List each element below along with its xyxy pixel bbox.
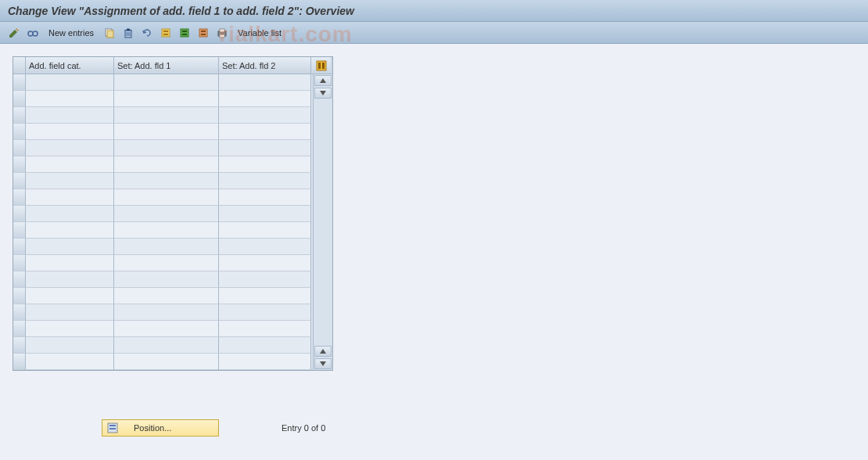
row-selector[interactable] [13, 222, 26, 239]
scroll-up-button[interactable] [314, 75, 332, 86]
cell-set-fld1[interactable] [114, 304, 219, 321]
cell-set-fld1[interactable] [114, 206, 219, 222]
row-selector[interactable] [13, 91, 26, 107]
cell-set-fld2[interactable] [219, 189, 311, 206]
svg-rect-17 [317, 61, 326, 70]
select-all-button[interactable] [158, 25, 174, 41]
cell-set-fld2[interactable] [219, 74, 311, 91]
cell-field-cat[interactable] [26, 321, 114, 337]
cell-set-fld2[interactable] [219, 107, 311, 124]
cell-set-fld2[interactable] [219, 91, 311, 107]
column-header-set-fld2[interactable]: Set: Add. fld 2 [219, 57, 311, 74]
cell-set-fld1[interactable] [114, 74, 219, 91]
copy-button[interactable] [102, 25, 117, 41]
cell-field-cat[interactable] [26, 124, 114, 140]
scroll-down-button[interactable] [314, 88, 332, 99]
row-selector[interactable] [13, 271, 26, 288]
row-selector[interactable] [13, 304, 26, 321]
cell-field-cat[interactable] [26, 304, 114, 321]
cell-set-fld2[interactable] [219, 354, 311, 370]
row-selector[interactable] [13, 321, 26, 337]
cell-set-fld1[interactable] [114, 271, 219, 288]
row-selector[interactable] [13, 337, 26, 354]
cell-set-fld2[interactable] [219, 288, 311, 304]
row-selector[interactable] [13, 239, 26, 255]
print-button[interactable] [214, 25, 230, 41]
cell-field-cat[interactable] [26, 222, 114, 239]
cell-field-cat[interactable] [26, 255, 114, 271]
cell-field-cat[interactable] [26, 354, 114, 370]
cell-set-fld1[interactable] [114, 156, 219, 173]
cell-field-cat[interactable] [26, 337, 114, 354]
cell-set-fld1[interactable] [114, 124, 219, 140]
column-header-field-cat[interactable]: Add. field cat. [26, 57, 114, 74]
table-header-row: Add. field cat. Set: Add. fld 1 Set: Add… [13, 57, 332, 74]
row-selector[interactable] [13, 140, 26, 156]
row-selector[interactable] [13, 124, 26, 140]
cell-field-cat[interactable] [26, 189, 114, 206]
cell-set-fld2[interactable] [219, 156, 311, 173]
cell-set-fld2[interactable] [219, 239, 311, 255]
delete-button[interactable] [120, 25, 136, 41]
cell-field-cat[interactable] [26, 206, 114, 222]
row-selector[interactable] [13, 107, 26, 124]
cell-set-fld2[interactable] [219, 321, 311, 337]
cell-set-fld2[interactable] [219, 124, 311, 140]
cell-field-cat[interactable] [26, 107, 114, 124]
cell-set-fld1[interactable] [114, 288, 219, 304]
scroll-track[interactable] [314, 99, 332, 345]
cell-set-fld1[interactable] [114, 222, 219, 239]
trash-icon [122, 27, 135, 39]
undo-button[interactable] [139, 25, 155, 41]
deselect-all-button[interactable] [195, 25, 211, 41]
cell-set-fld2[interactable] [219, 173, 311, 189]
cell-set-fld1[interactable] [114, 173, 219, 189]
other-view-button[interactable] [25, 25, 41, 41]
cell-set-fld1[interactable] [114, 321, 219, 337]
pencil-icon [8, 27, 20, 39]
table-config-button[interactable] [311, 57, 331, 74]
row-selector[interactable] [13, 74, 26, 91]
cell-set-fld1[interactable] [114, 354, 219, 370]
cell-set-fld2[interactable] [219, 271, 311, 288]
cell-set-fld1[interactable] [114, 255, 219, 271]
cell-field-cat[interactable] [26, 173, 114, 189]
new-entries-button[interactable]: New entries [44, 25, 99, 41]
cell-field-cat[interactable] [26, 91, 114, 107]
select-block-button[interactable] [177, 25, 192, 41]
position-button[interactable]: Position... [102, 419, 219, 437]
cell-set-fld2[interactable] [219, 255, 311, 271]
cell-set-fld1[interactable] [114, 239, 219, 255]
row-selector[interactable] [13, 156, 26, 173]
row-selector[interactable] [13, 189, 26, 206]
row-selector-header[interactable] [13, 57, 26, 74]
column-header-set-fld1[interactable]: Set: Add. fld 1 [114, 57, 219, 74]
cell-field-cat[interactable] [26, 271, 114, 288]
cell-field-cat[interactable] [26, 140, 114, 156]
row-selector[interactable] [13, 288, 26, 304]
cell-set-fld1[interactable] [114, 189, 219, 206]
cell-set-fld2[interactable] [219, 337, 311, 354]
cell-set-fld1[interactable] [114, 337, 219, 354]
variable-list-button[interactable]: Variable list [233, 25, 286, 41]
cell-set-fld2[interactable] [219, 206, 311, 222]
cell-set-fld2[interactable] [219, 304, 311, 321]
scroll-page-up-button[interactable] [314, 346, 332, 357]
cell-set-fld2[interactable] [219, 140, 311, 156]
cell-set-fld2[interactable] [219, 222, 311, 239]
cell-set-fld1[interactable] [114, 91, 219, 107]
cell-field-cat[interactable] [26, 288, 114, 304]
scroll-page-down-button[interactable] [314, 358, 332, 369]
cell-set-fld1[interactable] [114, 140, 219, 156]
cell-field-cat[interactable] [26, 239, 114, 255]
row-selector[interactable] [13, 206, 26, 222]
table-row [13, 74, 313, 91]
select-block-icon [178, 27, 191, 39]
cell-field-cat[interactable] [26, 156, 114, 173]
cell-field-cat[interactable] [26, 74, 114, 91]
row-selector[interactable] [13, 173, 26, 189]
row-selector[interactable] [13, 255, 26, 271]
cell-set-fld1[interactable] [114, 107, 219, 124]
toggle-change-button[interactable] [6, 25, 22, 41]
row-selector[interactable] [13, 354, 26, 370]
